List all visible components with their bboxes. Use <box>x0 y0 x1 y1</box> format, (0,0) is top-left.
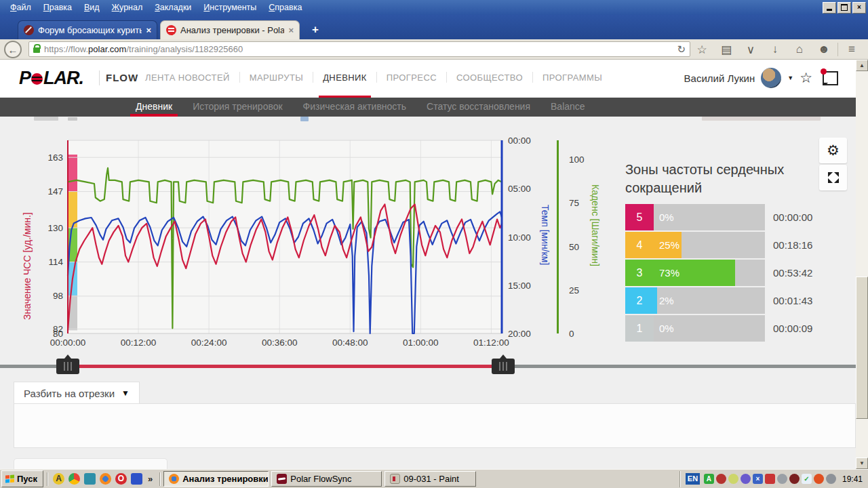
nav-item-2[interactable]: МАРШРУТЫ <box>240 73 313 83</box>
subnav-item-1[interactable]: Дневник <box>136 98 172 117</box>
task-button-title: Анализ тренировки - ... <box>182 474 269 484</box>
training-chart[interactable]: 16314713011498828000:00:0000:12:0000:24:… <box>0 132 624 356</box>
task-button-title: 09-031 - Paint <box>403 474 459 484</box>
x-tick-00:48:00: 00:48:00 <box>332 338 368 348</box>
torrent-icon[interactable] <box>741 474 751 484</box>
split-laps-button[interactable]: Разбить на отрезки ▼ <box>14 382 140 405</box>
scroll-down-icon[interactable]: ▼ <box>856 458 868 469</box>
pace-tick-10:00: 10:00 <box>508 232 531 243</box>
new-tab-button[interactable]: + <box>307 23 324 37</box>
favorites-star-icon[interactable]: ☆ <box>800 70 812 86</box>
menu-Закладки[interactable]: Закладки <box>149 0 197 15</box>
page-scrollbar[interactable]: ▲ ▼ <box>856 60 868 469</box>
subnav-item-2[interactable]: История тренировок <box>193 98 282 117</box>
task-button-2[interactable]: Polar FlowSync <box>271 471 382 487</box>
close-button[interactable]: × <box>852 2 866 14</box>
avatar[interactable] <box>761 68 781 88</box>
save-icon[interactable] <box>131 473 142 485</box>
minimize-button[interactable] <box>823 2 836 14</box>
plot-background <box>68 140 502 333</box>
mail-check-icon[interactable]: ✓ <box>802 474 812 484</box>
tab-close-icon[interactable]: × <box>146 25 151 35</box>
zone-bar-track: 0% <box>654 204 765 230</box>
system-tray: EN A×✓ 19:41 <box>679 471 868 487</box>
paint-icon <box>390 474 400 484</box>
firefox-icon[interactable] <box>100 473 111 485</box>
browser-tabbar: Форум бросающих курить × Анализ трениров… <box>0 15 868 39</box>
url-field[interactable]: https://flow.polar.com/training/analysis… <box>28 41 690 57</box>
agent-orange-icon[interactable] <box>814 474 824 484</box>
subnav-item-4[interactable]: Статус восстановления <box>427 98 530 117</box>
overflow-chevron-icon[interactable]: » <box>148 474 153 484</box>
slider-handle-right[interactable] <box>492 359 515 374</box>
aimp-icon[interactable]: A <box>53 473 64 485</box>
hello-icon[interactable]: ☻ <box>812 43 836 56</box>
zone-number: 4 <box>625 232 654 258</box>
notifications-icon[interactable] <box>823 71 838 85</box>
clipped-content-fragment <box>68 117 77 121</box>
slider-handle-left[interactable] <box>56 359 79 374</box>
shield-red-icon[interactable] <box>765 474 775 484</box>
menu-Правка[interactable]: Правка <box>37 0 78 15</box>
pace-tick-20:00: 20:00 <box>508 329 531 339</box>
zone-time: 00:53:42 <box>773 260 812 286</box>
slider-selected-range[interactable] <box>68 365 502 368</box>
subnav-item-5[interactable]: Balance <box>551 98 585 117</box>
lock-icon <box>33 47 40 53</box>
volume-icon[interactable] <box>826 474 836 484</box>
subnav-item-3[interactable]: Физическая активность <box>303 98 406 117</box>
user-name[interactable]: Василий Лукин <box>684 73 755 84</box>
expand-icon[interactable] <box>819 165 847 190</box>
menu-Инструменты[interactable]: Инструменты <box>197 0 262 15</box>
language-indicator[interactable]: EN <box>686 473 700 485</box>
zone-percent: 2% <box>659 287 674 314</box>
task-button-1[interactable]: Анализ тренировки - ... <box>163 471 269 487</box>
home-icon[interactable]: ⌂ <box>787 43 812 56</box>
leaf-icon[interactable] <box>728 474 738 484</box>
start-button[interactable]: Пуск <box>1 470 43 487</box>
bug-red-icon[interactable] <box>716 474 726 484</box>
tab-close-icon[interactable]: × <box>288 25 294 35</box>
hr-tick-147: 147 <box>47 186 63 197</box>
gear-icon[interactable]: ⚙ <box>819 138 847 163</box>
nav-item-3[interactable]: ДНЕВНИК <box>313 73 376 83</box>
menu-Справка[interactable]: Справка <box>262 0 308 15</box>
restore-button[interactable] <box>837 2 851 14</box>
scroll-up-icon[interactable]: ▲ <box>856 60 868 71</box>
scrollbar-thumb[interactable] <box>856 277 868 419</box>
menu-icon[interactable]: ≡ <box>840 43 864 56</box>
desktop: ФайлПравкаВидЖурналЗакладкиИнструментыСп… <box>0 0 868 488</box>
chrome-icon[interactable] <box>68 473 80 485</box>
nav-item-4[interactable]: ПРОГРЕСС <box>377 73 446 83</box>
opera-icon[interactable]: O <box>115 473 127 485</box>
downloads-icon[interactable]: ↓ <box>763 43 787 56</box>
nav-item-5[interactable]: СООБЩЕСТВО <box>447 73 532 83</box>
blue-app-icon[interactable] <box>84 473 96 485</box>
reading-list-icon[interactable]: ▤ <box>714 43 738 57</box>
nav-item-1[interactable]: ЛЕНТА НОВОСТЕЙ <box>136 73 239 83</box>
cadence-tick-25: 25 <box>569 285 579 296</box>
tab-smoking-forum[interactable]: Форум бросающих курить × <box>18 20 157 39</box>
bookmark-star-icon[interactable]: ☆ <box>690 43 714 57</box>
zones-panel-title: Зоны частоты сердечных сокращений <box>625 161 802 197</box>
zone-time: 00:00:09 <box>773 315 812 342</box>
menu-Вид[interactable]: Вид <box>78 0 106 15</box>
antivirus-green-icon[interactable]: A <box>704 474 714 484</box>
tab-polar-analysis[interactable]: Анализ тренировки - Polar F... × <box>160 20 300 39</box>
menu-Журнал[interactable]: Журнал <box>106 0 149 15</box>
nav-item-6[interactable]: ПРОГРАММЫ <box>533 73 612 83</box>
network-error-icon[interactable]: × <box>753 474 763 484</box>
x-tick-01:12:00: 01:12:00 <box>473 338 509 348</box>
chevron-down-icon[interactable]: ▼ <box>787 75 793 81</box>
menu-Файл[interactable]: Файл <box>4 0 37 15</box>
download-master-icon[interactable] <box>789 474 800 484</box>
webcam-icon[interactable] <box>777 474 787 484</box>
zone-time: 00:01:43 <box>773 287 812 314</box>
task-button-3[interactable]: 09-031 - Paint <box>384 471 476 487</box>
polar-logo[interactable]: PLAR. <box>19 68 83 89</box>
pocket-icon[interactable]: ∨ <box>738 43 763 57</box>
zone-number: 2 <box>625 287 654 314</box>
back-button[interactable]: ← <box>4 41 22 58</box>
x-tick-01:00:00: 01:00:00 <box>403 338 439 348</box>
reload-icon[interactable]: ↻ <box>677 43 686 56</box>
